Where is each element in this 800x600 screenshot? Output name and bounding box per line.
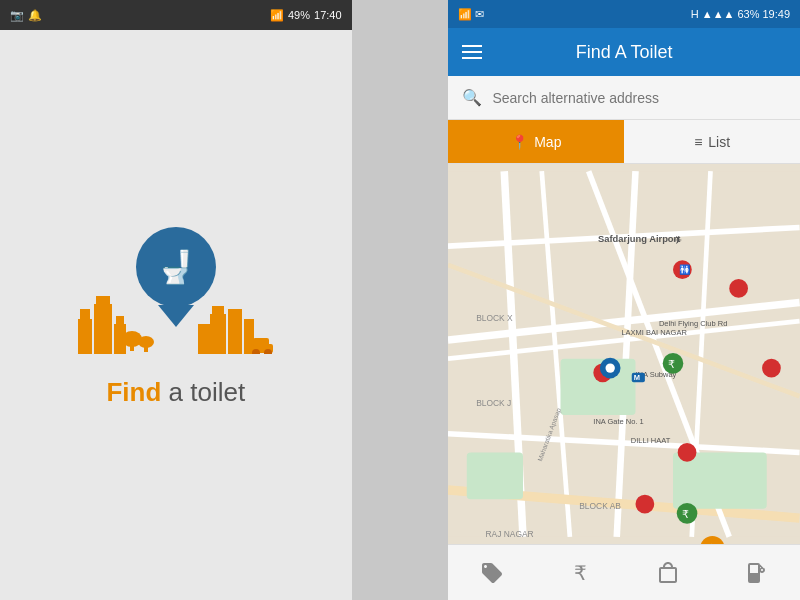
toilet-icon: 🚽 [156,248,196,286]
fuel-icon [744,561,768,585]
svg-rect-2 [94,304,112,354]
svg-text:BLOCK X: BLOCK X [477,313,514,323]
left-status-right: 📶 49% 17:40 [270,9,342,22]
app-title-thin: a toilet [169,377,246,407]
app-header: Find A Toilet [448,28,800,76]
svg-rect-11 [210,314,226,354]
shop-icon [656,561,680,585]
hamburger-line-1 [462,45,482,47]
svg-text:Safdarjung Airport: Safdarjung Airport [598,234,680,244]
pin-tip [158,305,194,327]
nav-rupee[interactable]: ₹ [558,551,602,595]
notification-icon: 🔔 [28,9,42,22]
4g-icon: H [691,8,699,20]
status-bar-left: 📷 🔔 📶 49% 17:40 [0,0,352,30]
svg-point-56 [606,363,615,372]
logo-graphic: 🚽 [76,222,276,362]
wifi-icon: 📶 [270,9,284,22]
app-header-title: Find A Toilet [576,42,673,63]
svg-rect-3 [96,296,110,306]
phone-separator [352,0,399,600]
battery-right: 63% [737,8,759,20]
list-icon: ≡ [694,134,702,150]
tab-bar: 📍 Map ≡ List [448,120,800,164]
right-status-left-icons: 📶 ✉ [458,8,484,21]
svg-text:✈: ✈ [673,234,682,246]
svg-text:BLOCK AB: BLOCK AB [580,501,622,511]
rupee-icon: ₹ [574,561,587,585]
app-title: Find a toilet [106,377,245,408]
logo-container: 🚽 Fin [76,222,276,408]
svg-text:🚻: 🚻 [679,264,691,276]
svg-rect-12 [212,306,224,316]
svg-rect-9 [144,342,148,352]
battery-left: 49% [288,9,310,21]
search-bar[interactable]: 🔍 [448,76,800,120]
svg-text:Delhi Flying Club Rd: Delhi Flying Club Rd [659,319,727,328]
phone-left: 📷 🔔 📶 49% 17:40 [0,0,352,600]
time-left: 17:40 [314,9,342,21]
bottom-nav: ₹ [448,544,800,600]
svg-rect-0 [78,319,92,354]
map-pin-icon: 📍 [511,134,528,150]
svg-text:★: ★ [706,541,718,544]
app-title-bold: Find [106,377,161,407]
camera-icon: 📷 [10,9,24,22]
sim-icon: 📶 [458,8,472,21]
map-area[interactable]: BLOCK J BLOCK X BLOCK AB RAJ NAGAR Safda… [448,164,800,544]
svg-point-48 [763,359,782,378]
nav-tag[interactable] [470,551,514,595]
map-svg: BLOCK J BLOCK X BLOCK AB RAJ NAGAR Safda… [448,164,800,544]
tab-list[interactable]: ≡ List [624,120,800,163]
splash-screen: 🚽 Fin [0,30,352,600]
status-bar-right: 📶 ✉ H ▲▲▲ 63% 19:49 [448,0,800,28]
svg-point-46 [730,279,749,298]
left-status-icons: 📷 🔔 [10,9,42,22]
hamburger-line-3 [462,57,482,59]
svg-point-50 [636,495,655,514]
pin-group-1: 🚻 [673,260,692,279]
search-icon: 🔍 [462,88,482,107]
svg-text:INA Gate No. 1: INA Gate No. 1 [594,417,644,426]
svg-text:RAJ NAGAR: RAJ NAGAR [486,529,534,539]
time-right: 19:49 [762,8,790,20]
svg-rect-18 [253,338,269,346]
svg-text:₹: ₹ [669,358,676,370]
tab-list-label: List [708,134,730,150]
message-icon: ✉ [475,8,484,21]
svg-text:DILLI HAAT: DILLI HAAT [631,436,671,445]
svg-text:M: M [634,373,640,382]
svg-rect-10 [198,324,210,354]
svg-rect-5 [116,316,124,326]
nav-fuel[interactable] [734,551,778,595]
svg-text:₹: ₹ [683,508,690,520]
phone-right: 📶 ✉ H ▲▲▲ 63% 19:49 Find A Toilet 🔍 📍 Ma… [448,0,800,600]
svg-rect-13 [228,309,242,354]
tag-icon [480,561,504,585]
hamburger-menu[interactable] [462,45,482,59]
svg-point-49 [678,443,697,462]
svg-rect-32 [467,452,523,499]
right-status-right-icons: H ▲▲▲ 63% 19:49 [691,8,790,20]
svg-text:LAXMI BAI NAGAR: LAXMI BAI NAGAR [622,328,688,337]
hamburger-line-2 [462,51,482,53]
buildings-right-icon [196,294,276,354]
tab-map-label: Map [534,134,561,150]
nav-shop[interactable] [646,551,690,595]
tab-map[interactable]: 📍 Map [448,120,624,163]
svg-rect-1 [80,309,90,321]
svg-text:BLOCK J: BLOCK J [477,398,512,408]
svg-rect-7 [130,339,134,351]
signal-icon: ▲▲▲ [702,8,735,20]
search-input[interactable] [492,90,786,106]
